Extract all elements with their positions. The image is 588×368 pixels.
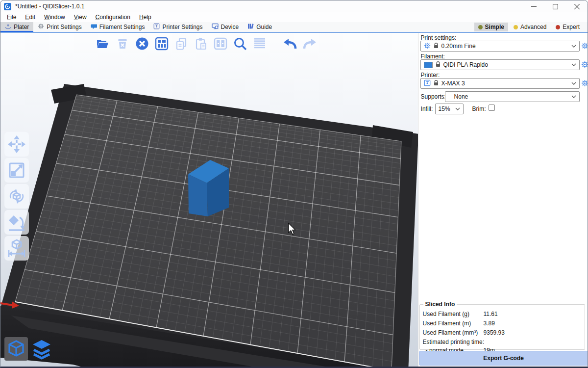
filament-icon	[91, 23, 97, 31]
close-button[interactable]	[566, 0, 588, 12]
preview-layers-view-button[interactable]	[30, 337, 53, 361]
printer-gear-button[interactable]	[581, 79, 588, 87]
supports-combo[interactable]: None	[445, 91, 580, 102]
chevron-down-icon	[455, 107, 460, 110]
tab-device[interactable]: Device	[207, 22, 244, 32]
copy-button[interactable]	[173, 35, 190, 52]
sliced-info-row: Used Filament (m) 3.89	[420, 320, 585, 329]
chevron-down-icon	[571, 82, 576, 85]
open-button[interactable]	[95, 35, 111, 52]
print-settings-combo[interactable]: 0.20mm Fine	[420, 41, 580, 52]
menu-file[interactable]: File	[2, 13, 21, 22]
search-button[interactable]	[232, 35, 248, 52]
sliced-info-panel: Sliced Info Used Filament (g) 11.61 Used…	[419, 301, 585, 350]
print-settings-label: Print settings:	[421, 34, 457, 41]
plater-icon	[5, 23, 11, 31]
filament-combo[interactable]: QIDI PLA Rapido	[420, 59, 580, 70]
maximize-button[interactable]	[544, 0, 566, 12]
supports-label: Supports:	[421, 93, 446, 100]
settings-panel: Print settings: 0.20mm Fine Filament: QI…	[418, 33, 588, 368]
delete-button[interactable]	[114, 35, 131, 52]
expert-mode-dot-icon	[556, 25, 560, 29]
tab-guide[interactable]: Guide	[243, 22, 276, 32]
device-monitor-icon	[212, 23, 219, 31]
menu-window[interactable]: Window	[40, 13, 70, 22]
sliced-info-row: Used Filament (g) 11.61	[420, 311, 585, 320]
sliced-info-row: Used Filament (mm³) 9359.93	[420, 329, 585, 339]
view-mode-toggles	[4, 337, 53, 361]
estimated-time-label-row: Estimated printing time:	[420, 339, 585, 347]
split-to-objects-button[interactable]	[212, 35, 229, 52]
infill-combo[interactable]: 15%	[435, 104, 464, 114]
chevron-down-icon	[571, 45, 576, 48]
redo-button[interactable]	[301, 35, 318, 52]
paste-button[interactable]	[193, 35, 209, 52]
filament-color-swatch	[424, 62, 433, 68]
tab-print-settings[interactable]: Print Settings	[33, 22, 86, 32]
arrange-button[interactable]	[153, 35, 170, 52]
mode-expert[interactable]: Expert	[552, 23, 584, 31]
title-bar: *Untitled - QIDISlicer-1.0.1	[0, 0, 588, 12]
menu-view[interactable]: View	[70, 13, 91, 22]
plater-toolbar	[95, 35, 318, 52]
measure-button[interactable]	[4, 236, 29, 261]
mode-advanced[interactable]: Advanced	[510, 23, 550, 31]
undo-button[interactable]	[282, 35, 298, 52]
minimize-button[interactable]	[523, 0, 544, 12]
advanced-mode-dot-icon	[514, 25, 518, 29]
lock-icon	[436, 61, 441, 69]
filament-gear-button[interactable]	[581, 61, 588, 68]
infill-label: Infill:	[421, 105, 433, 112]
lock-icon	[434, 43, 439, 50]
menu-edit[interactable]: Edit	[21, 13, 40, 22]
window-title: *Untitled - QIDISlicer-1.0.1	[15, 3, 84, 10]
object-manipulation-toolbar	[4, 132, 29, 261]
rotate-button[interactable]	[4, 184, 29, 209]
chevron-down-icon	[571, 63, 576, 66]
place-on-face-button[interactable]	[4, 210, 29, 235]
mode-simple[interactable]: Simple	[474, 23, 508, 31]
menu-configuration[interactable]: Configuration	[91, 13, 135, 22]
filament-label: Filament:	[421, 53, 445, 60]
app-logo-icon	[4, 3, 11, 10]
gear-icon	[38, 23, 44, 31]
export-gcode-button[interactable]: Export G-code	[419, 351, 588, 366]
print-settings-gear-button[interactable]	[581, 42, 588, 50]
printer-label: Printer:	[421, 72, 440, 79]
sliced-info-title: Sliced Info	[423, 301, 457, 308]
printer-combo[interactable]: X-MAX 3	[420, 78, 580, 89]
move-button[interactable]	[4, 132, 29, 157]
3d-viewport[interactable]	[0, 33, 418, 368]
tab-filament-settings[interactable]: Filament Settings	[86, 22, 149, 32]
menu-help[interactable]: Help	[135, 13, 156, 22]
variable-layer-height-button[interactable]	[251, 35, 268, 52]
lock-icon	[434, 80, 439, 87]
tab-printer-settings[interactable]: Printer Settings	[149, 22, 207, 32]
tab-bar: Plater Print Settings Filament Settings …	[0, 22, 588, 32]
scale-button[interactable]	[4, 158, 29, 183]
build-plate-scene	[0, 33, 418, 368]
tab-plater[interactable]: Plater	[0, 22, 33, 32]
app-window: *Untitled - QIDISlicer-1.0.1 File Edit W…	[0, 0, 588, 368]
printer-icon	[424, 79, 431, 88]
mode-switcher: Simple Advanced Expert	[474, 22, 588, 32]
delete-all-button[interactable]	[134, 35, 150, 52]
editor-3d-view-button[interactable]	[4, 337, 28, 361]
simple-mode-dot-icon	[478, 25, 483, 29]
printer-icon	[153, 23, 160, 31]
gear-icon	[424, 42, 431, 51]
chevron-down-icon	[571, 95, 576, 98]
brim-label: Brim:	[472, 105, 486, 112]
brim-checkbox[interactable]	[489, 105, 495, 111]
menu-bar: File Edit Window View Configuration Help	[0, 12, 588, 22]
books-icon	[247, 23, 254, 31]
